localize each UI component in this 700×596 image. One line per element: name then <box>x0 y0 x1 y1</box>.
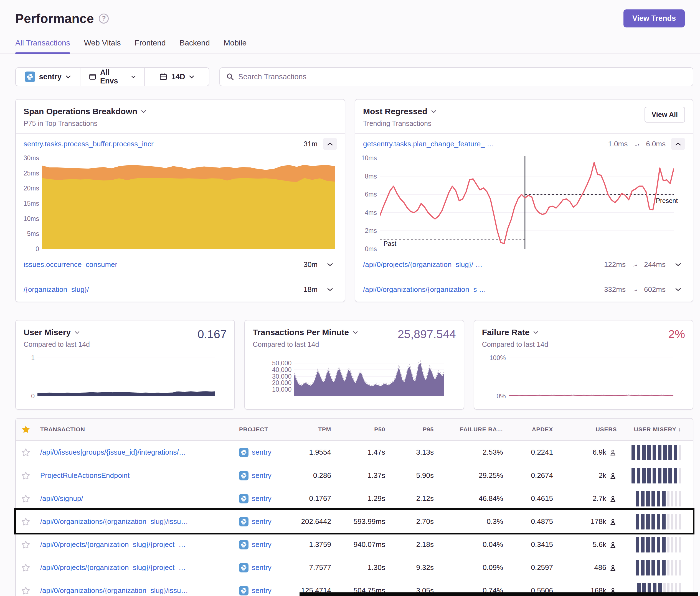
column-header-p50[interactable]: P50 <box>331 426 385 433</box>
user-icon <box>609 564 617 572</box>
chevron-down-icon <box>189 75 194 79</box>
python-icon <box>239 471 249 481</box>
table-row[interactable]: /api/0/issues|groups/{issue_id}/integrat… <box>16 441 693 464</box>
column-header-apdex[interactable]: APDEX <box>503 426 553 433</box>
span-op-duration: 31m <box>303 140 318 148</box>
chevron-down-icon <box>675 262 681 267</box>
view-all-button[interactable]: View All <box>645 107 685 123</box>
python-icon <box>239 494 249 503</box>
expand-button[interactable] <box>671 258 685 270</box>
transactions-table: TRANSACTIONPROJECTTPMP50P95FAILURE RA…AP… <box>15 418 693 596</box>
user-icon <box>609 518 617 525</box>
axis-tick-label: 10ms <box>361 154 377 162</box>
project-link[interactable]: sentry <box>252 517 272 526</box>
transaction-link[interactable]: /api/0/signup/ <box>40 494 83 502</box>
tab-all-transactions[interactable]: All Transactions <box>15 38 70 53</box>
transaction-link[interactable]: /api/0/projects/{organization_slug}/{pro… <box>40 540 186 549</box>
project-link[interactable]: sentry <box>252 563 272 572</box>
regression-from: 332ms <box>604 285 626 294</box>
favorite-star[interactable] <box>16 448 36 457</box>
column-header-p95[interactable]: P95 <box>385 426 434 433</box>
span-panel-title-dropdown[interactable]: Span Operations Breakdown <box>24 107 146 116</box>
tpm-title-dropdown[interactable]: Transactions Per Minute <box>253 328 358 337</box>
column-header-users[interactable]: USERS <box>553 426 617 433</box>
expand-button[interactable] <box>323 283 337 295</box>
transaction-link[interactable]: ProjectRuleActionsEndpoint <box>40 471 129 480</box>
expand-button[interactable] <box>671 283 685 295</box>
span-op-link[interactable]: sentry.tasks.process_buffer.process_incr <box>24 140 154 148</box>
axis-tick-label: 10ms <box>24 215 39 223</box>
tab-backend[interactable]: Backend <box>180 38 210 53</box>
collapse-button[interactable] <box>323 138 337 150</box>
favorite-star[interactable] <box>16 517 36 526</box>
project-filter[interactable]: sentry <box>16 68 80 86</box>
tpm-value: 202.6442 <box>301 517 331 526</box>
table-row[interactable]: /api/0/signup/ sentry 0.1767 1.29s 2.12s… <box>16 487 693 510</box>
p50-value: 1.47s <box>331 448 385 457</box>
regressed-transaction-link[interactable]: getsentry.tasks.plan_change_feature_ … <box>363 140 494 148</box>
table-row[interactable]: /api/0/projects/{organization_slug}/{pro… <box>16 533 693 556</box>
regressed-panel-title-dropdown[interactable]: Most Regressed <box>363 107 436 116</box>
users-cell: 486 <box>553 563 617 572</box>
p50-value: 593.99ms <box>331 517 385 526</box>
user-misery-value: 0.167 <box>197 328 227 341</box>
span-op-link[interactable]: /{organization_slug}/ <box>24 285 89 294</box>
table-row[interactable]: /api/0/organizations/{organization_slug}… <box>16 510 693 533</box>
transaction-link[interactable]: /api/0/organizations/{organization_slug}… <box>40 586 188 595</box>
favorite-star[interactable] <box>16 540 36 549</box>
axis-tick-label: 6ms <box>365 191 377 198</box>
p95-value: 3.13s <box>385 448 434 457</box>
span-op-row: /{organization_slug}/ 18m <box>16 277 345 302</box>
failure-rate-panel: Failure Rate Compared to last 14d 2% 100… <box>474 320 693 410</box>
regressed-transaction-link[interactable]: /api/0/projects/{organization_slug}/ … <box>363 260 482 269</box>
date-range-filter[interactable]: 14D <box>144 68 209 86</box>
project-link[interactable]: sentry <box>252 586 272 595</box>
regressed-transaction-link[interactable]: /api/0/organizations/{organization_s … <box>363 285 486 294</box>
failure-rate-cell: 0.09% <box>434 563 503 572</box>
search-input[interactable] <box>238 73 687 81</box>
table-header: TRANSACTIONPROJECTTPMP50P95FAILURE RA…AP… <box>16 419 693 441</box>
user-misery-bars <box>636 514 681 529</box>
span-operations-chart: 30ms25ms20ms15ms10ms5ms0 <box>16 154 345 252</box>
project-link[interactable]: sentry <box>252 494 272 503</box>
help-icon[interactable]: ? <box>99 14 109 24</box>
collapse-button[interactable] <box>671 138 685 150</box>
tab-web-vitals[interactable]: Web Vitals <box>84 38 121 53</box>
tab-mobile[interactable]: Mobile <box>224 38 247 53</box>
project-link[interactable]: sentry <box>252 471 272 480</box>
transaction-link[interactable]: /api/0/organizations/{organization_slug}… <box>40 517 188 525</box>
transaction-link[interactable]: /api/0/projects/{organization_slug}/{pro… <box>40 563 186 572</box>
column-header-project[interactable]: PROJECT <box>239 426 301 433</box>
failure-rate-value: 2% <box>668 328 685 341</box>
table-row[interactable]: /api/0/projects/{organization_slug}/{pro… <box>16 556 693 579</box>
p50-value: 940.07ms <box>331 540 385 549</box>
project-link[interactable]: sentry <box>252 448 272 457</box>
project-link[interactable]: sentry <box>252 540 272 549</box>
view-trends-button[interactable]: View Trends <box>623 9 685 27</box>
axis-tick-label: 10,000 <box>272 386 292 393</box>
failure-rate-title-dropdown[interactable]: Failure Rate <box>482 328 548 337</box>
apdex-value: 0.4615 <box>503 494 553 503</box>
column-header-user-misery[interactable]: USER MISERY ↓ <box>617 426 693 433</box>
column-header-tpm[interactable]: TPM <box>301 426 331 433</box>
favorite-star[interactable] <box>16 586 36 595</box>
favorite-star[interactable] <box>16 471 36 481</box>
column-header-failure-ra-[interactable]: FAILURE RA… <box>434 426 503 433</box>
environment-filter[interactable]: All Envs <box>80 68 145 86</box>
top-bar: Performance ? View Trends <box>0 0 700 27</box>
table-row[interactable]: ProjectRuleActionsEndpoint sentry 0.286 … <box>16 464 693 487</box>
favorite-column-header[interactable] <box>16 425 36 434</box>
tab-frontend[interactable]: Frontend <box>134 38 166 53</box>
expand-button[interactable] <box>323 258 337 270</box>
column-header-transaction[interactable]: TRANSACTION <box>36 426 239 433</box>
favorite-star[interactable] <box>16 563 36 572</box>
transaction-link[interactable]: /api/0/issues|groups/{issue_id}/integrat… <box>40 448 186 456</box>
tpm-panel: Transactions Per Minute Compared to last… <box>244 320 464 410</box>
user-misery-title-dropdown[interactable]: User Misery <box>24 328 90 337</box>
tpm-value: 0.1767 <box>301 494 331 503</box>
span-op-row: issues.occurrence_consumer 30m <box>16 252 345 277</box>
apdex-value: 0.2674 <box>503 471 553 480</box>
favorite-star[interactable] <box>16 494 36 503</box>
arrow-right-icon: → <box>632 138 642 149</box>
span-op-link[interactable]: issues.occurrence_consumer <box>24 260 117 269</box>
